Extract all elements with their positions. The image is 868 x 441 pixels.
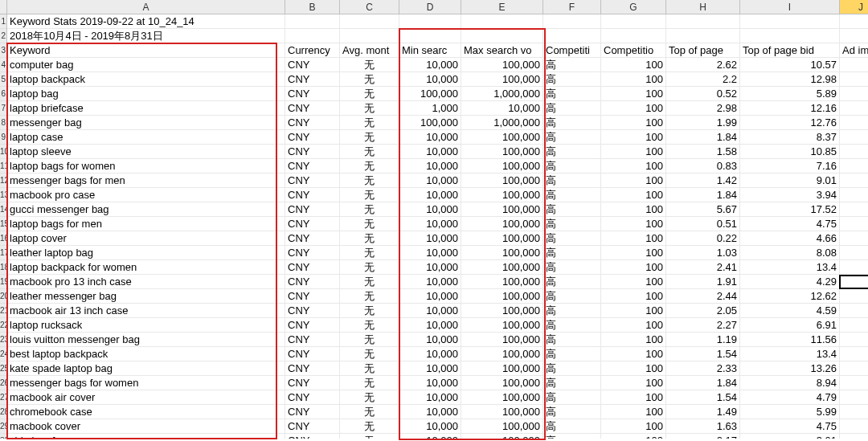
cell-top-low[interactable]: 1.54 bbox=[666, 390, 740, 404]
cell-top-high[interactable]: 8.94 bbox=[740, 376, 840, 390]
cell-adimp[interactable] bbox=[840, 116, 868, 129]
row-number[interactable]: 16 bbox=[0, 231, 6, 246]
cell-competition-idx[interactable]: 100 bbox=[601, 246, 666, 259]
hdr-avgmonth[interactable]: Avg. mont bbox=[340, 43, 399, 57]
cell-avg[interactable]: 无 bbox=[340, 58, 399, 71]
cell-top-high[interactable]: 11.56 bbox=[740, 333, 840, 346]
row-number[interactable]: 7 bbox=[0, 101, 6, 116]
cell-min[interactable]: 10,000 bbox=[399, 347, 461, 361]
cell-max[interactable]: 1,000,000 bbox=[461, 116, 543, 129]
cell-adimp[interactable] bbox=[840, 390, 868, 404]
cell-top-low[interactable]: 1.54 bbox=[666, 347, 740, 361]
row-number[interactable]: 13 bbox=[0, 188, 6, 202]
cell-competition-idx[interactable]: 100 bbox=[601, 188, 666, 202]
cell-adimp[interactable] bbox=[840, 289, 868, 303]
cell-top-low[interactable]: 1.91 bbox=[666, 275, 740, 288]
cell-keyword[interactable]: macbook air 13 inch case bbox=[7, 304, 285, 317]
cell-max[interactable]: 100,000 bbox=[461, 188, 543, 202]
row-number[interactable]: 10 bbox=[0, 145, 6, 159]
row-number[interactable]: 25 bbox=[0, 361, 6, 376]
cell-top-high[interactable]: 10.57 bbox=[740, 58, 840, 71]
cell-top-high[interactable]: 5.89 bbox=[740, 87, 840, 100]
cell-top-high[interactable]: 12.16 bbox=[740, 101, 840, 115]
cell-keyword[interactable]: laptop case bbox=[7, 130, 285, 144]
hdr-ad-imp[interactable]: Ad imp bbox=[840, 43, 868, 57]
row-number[interactable]: 29 bbox=[0, 419, 6, 434]
cell-currency[interactable]: CNY bbox=[285, 289, 340, 303]
cell-top-high[interactable]: 7.16 bbox=[740, 159, 840, 173]
cell-max[interactable]: 100,000 bbox=[461, 246, 543, 259]
cell-adimp[interactable] bbox=[840, 87, 868, 100]
cell-competition-idx[interactable]: 100 bbox=[601, 58, 666, 71]
cell-avg[interactable]: 无 bbox=[340, 361, 399, 375]
cell-min[interactable]: 10,000 bbox=[399, 231, 461, 245]
cell-top-low[interactable]: 2.98 bbox=[666, 101, 740, 115]
cell-competition-idx[interactable]: 100 bbox=[601, 260, 666, 274]
row-number[interactable]: 12 bbox=[0, 174, 6, 188]
cell-top-high[interactable]: 13.4 bbox=[740, 347, 840, 361]
cell-min[interactable]: 10,000 bbox=[399, 217, 461, 231]
col-header-G[interactable]: G bbox=[601, 0, 666, 14]
row-number[interactable]: 9 bbox=[0, 130, 6, 145]
cell-min[interactable]: 10,000 bbox=[399, 130, 461, 144]
cell-top-low[interactable]: 2.33 bbox=[666, 361, 740, 375]
cell-competition[interactable]: 高 bbox=[543, 361, 601, 375]
cell-keyword[interactable]: louis vuitton messenger bag bbox=[7, 333, 285, 346]
cell-adimp[interactable] bbox=[840, 202, 868, 216]
cell-adimp[interactable] bbox=[840, 376, 868, 390]
cell-max[interactable]: 100,000 bbox=[461, 130, 543, 144]
cell-keyword[interactable]: laptop backpack for women bbox=[7, 260, 285, 274]
cell-top-low[interactable]: 2.27 bbox=[666, 318, 740, 332]
cell-currency[interactable]: CNY bbox=[285, 58, 340, 71]
cell-competition-idx[interactable]: 100 bbox=[601, 145, 666, 158]
cell-competition[interactable]: 高 bbox=[543, 246, 601, 259]
cell-top-high[interactable]: 4.59 bbox=[740, 304, 840, 317]
cell-competition[interactable]: 高 bbox=[543, 87, 601, 100]
cell-adimp[interactable] bbox=[840, 174, 868, 187]
cell-top-high[interactable]: 4.79 bbox=[740, 390, 840, 404]
cell-top-high[interactable]: 12.98 bbox=[740, 72, 840, 86]
cell-min[interactable]: 10,000 bbox=[399, 275, 461, 288]
cell-avg[interactable]: 无 bbox=[340, 145, 399, 158]
cell-competition[interactable]: 高 bbox=[543, 390, 601, 404]
cell-currency[interactable]: CNY bbox=[285, 419, 340, 433]
cell-top-low[interactable]: 2.62 bbox=[666, 58, 740, 71]
row-number[interactable]: 24 bbox=[0, 347, 6, 361]
cell-competition[interactable]: 高 bbox=[543, 159, 601, 173]
cell-max[interactable]: 100,000 bbox=[461, 347, 543, 361]
cell-max[interactable]: 100,000 bbox=[461, 333, 543, 346]
date-range-cell[interactable]: 2018年10月4日 - 2019年8月31日 bbox=[7, 29, 285, 43]
cell-competition-idx[interactable]: 100 bbox=[601, 87, 666, 100]
row-number[interactable]: 17 bbox=[0, 246, 6, 260]
cell-adimp[interactable] bbox=[840, 275, 868, 288]
cell-top-low[interactable]: 1.19 bbox=[666, 333, 740, 346]
cell-keyword[interactable]: laptop rucksack bbox=[7, 318, 285, 332]
cell-competition-idx[interactable]: 100 bbox=[601, 72, 666, 86]
cell-competition-idx[interactable]: 100 bbox=[601, 419, 666, 433]
cell-currency[interactable]: CNY bbox=[285, 188, 340, 202]
cell-currency[interactable]: CNY bbox=[285, 361, 340, 375]
cell-competition[interactable]: 高 bbox=[543, 130, 601, 144]
cell-currency[interactable]: CNY bbox=[285, 116, 340, 129]
cell-max[interactable]: 100,000 bbox=[461, 376, 543, 390]
cell-keyword[interactable]: laptop bag bbox=[7, 87, 285, 100]
hdr-top-page-high[interactable]: Top of page bid bbox=[740, 43, 840, 57]
hdr-currency[interactable]: Currency bbox=[285, 43, 340, 57]
cell-keyword[interactable]: computer bag bbox=[7, 58, 285, 71]
hdr-competition[interactable]: Competiti bbox=[543, 43, 601, 57]
cell-adimp[interactable] bbox=[840, 101, 868, 115]
cell-max[interactable]: 100,000 bbox=[461, 145, 543, 158]
cell-competition[interactable]: 高 bbox=[543, 188, 601, 202]
cell-competition[interactable]: 高 bbox=[543, 116, 601, 129]
row-number[interactable]: 18 bbox=[0, 260, 6, 275]
row-number[interactable]: 14 bbox=[0, 202, 6, 217]
cell-competition[interactable]: 高 bbox=[543, 289, 601, 303]
cell-currency[interactable]: CNY bbox=[285, 87, 340, 100]
cell-min[interactable]: 10,000 bbox=[399, 260, 461, 274]
row-number[interactable]: 11 bbox=[0, 159, 6, 174]
row-number[interactable]: 27 bbox=[0, 390, 6, 405]
cell-competition-idx[interactable]: 100 bbox=[601, 202, 666, 216]
cell-currency[interactable]: CNY bbox=[285, 333, 340, 346]
cell-top-low[interactable]: 5.67 bbox=[666, 202, 740, 216]
cell-top-low[interactable]: 0.52 bbox=[666, 87, 740, 100]
